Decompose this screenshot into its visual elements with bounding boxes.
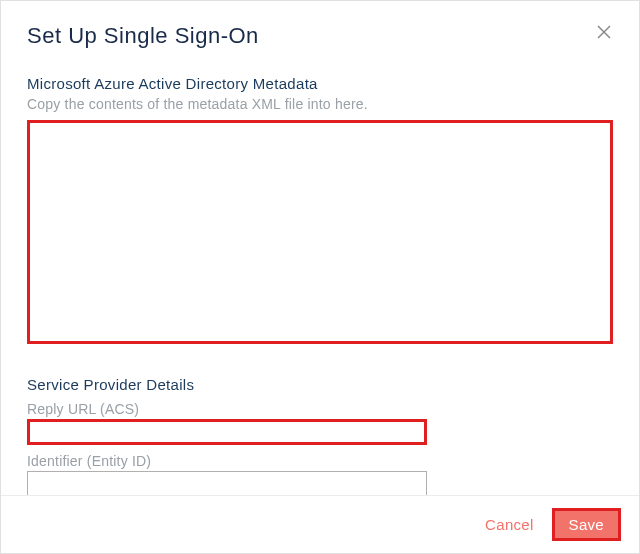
metadata-helper-text: Copy the contents of the metadata XML fi… — [27, 96, 613, 112]
cancel-button[interactable]: Cancel — [485, 516, 534, 533]
modal-title: Set Up Single Sign-On — [27, 23, 259, 49]
identifier-label: Identifier (Entity ID) — [27, 453, 613, 469]
modal-footer: Cancel Save — [1, 495, 639, 553]
reply-url-input[interactable] — [27, 419, 427, 445]
metadata-section-label: Microsoft Azure Active Directory Metadat… — [27, 75, 613, 92]
identifier-input[interactable] — [27, 471, 427, 495]
modal-body: Set Up Single Sign-On Microsoft Azure Ac… — [1, 1, 639, 495]
sso-setup-modal: Set Up Single Sign-On Microsoft Azure Ac… — [1, 1, 639, 553]
service-provider-section-label: Service Provider Details — [27, 376, 613, 393]
close-icon — [597, 25, 611, 39]
save-button-highlight: Save — [552, 508, 621, 541]
modal-header: Set Up Single Sign-On — [27, 23, 613, 49]
reply-url-label: Reply URL (ACS) — [27, 401, 613, 417]
metadata-textarea[interactable] — [27, 120, 613, 344]
close-button[interactable] — [595, 23, 613, 41]
save-button[interactable]: Save — [555, 511, 618, 538]
